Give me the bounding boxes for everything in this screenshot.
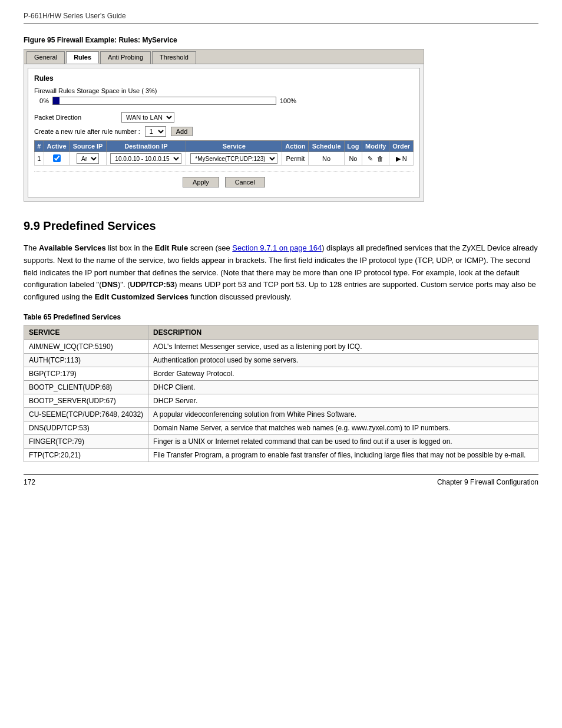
progress-label-left: 0% (34, 97, 49, 104)
service-name: BOOTP_CLIENT(UDP:68) (24, 380, 148, 394)
apply-button[interactable]: Apply (183, 177, 219, 187)
col-active: Active (44, 141, 70, 152)
service-description: Border Gateway Protocol. (148, 367, 538, 380)
table-row: DNS(UDP/TCP:53)Domain Name Server, a ser… (24, 421, 538, 434)
rules-section-title: Rules (34, 74, 414, 83)
col-log: Log (344, 141, 362, 152)
table-row: AUTH(TCP:113)Authentication protocol use… (24, 353, 538, 367)
page-footer: 172 Chapter 9 Firewall Configuration (24, 474, 538, 486)
service-description: Finger is a UNIX or Internet related com… (148, 434, 538, 448)
service-name: BOOTP_SERVER(UDP:67) (24, 394, 148, 407)
packet-direction-select[interactable]: WAN to LAN (121, 112, 174, 123)
source-ip-select[interactable]: Any (77, 153, 99, 164)
services-col-service: SERVICE (24, 325, 148, 340)
dns-bold: DNS (102, 280, 118, 289)
tabs-row: General Rules Anti Probing Threshold (24, 50, 424, 64)
page-number: 172 (24, 478, 35, 486)
service-select[interactable]: *MyService(TCP,UDP:123) (190, 153, 277, 164)
firewall-screenshot: General Rules Anti Probing Threshold Rul… (24, 49, 424, 202)
col-order: Order (389, 141, 414, 152)
row-num: 1 (35, 152, 44, 166)
new-rule-label: Create a new rule after rule number : (34, 128, 140, 135)
page-header: P-661H/HW Series User's Guide (24, 12, 538, 24)
packet-direction-label: Packet Direction (34, 114, 117, 121)
table-row: BOOTP_CLIENT(UDP:68)DHCP Client. (24, 380, 538, 394)
col-num: # (35, 141, 44, 152)
move-down-icon[interactable]: N (402, 155, 407, 162)
table-row: BGP(TCP:179)Border Gateway Protocol. (24, 367, 538, 380)
table-row: AIM/NEW_ICQ(TCP:5190)AOL's Internet Mess… (24, 340, 538, 353)
col-action: Action (282, 141, 309, 152)
button-row: Apply Cancel (34, 177, 414, 191)
table-row: 1 Any 10.0.0.10 - 10.0.0.15 (35, 152, 414, 166)
service-description: DHCP Server. (148, 394, 538, 407)
service-name: DNS(UDP/TCP:53) (24, 421, 148, 434)
new-rule-row: Create a new rule after rule number : 1 … (34, 126, 414, 137)
service-name: BGP(TCP:179) (24, 367, 148, 380)
row-schedule: No (309, 152, 344, 166)
service-description: Authentication protocol used by some ser… (148, 353, 538, 367)
udptcp-bold: UDP/TCP:53 (130, 280, 175, 289)
progress-bar-inner (53, 97, 59, 104)
section-link[interactable]: Section 9.7.1 on page 164 (232, 243, 322, 252)
edit-customized-bold: Edit Customized Services (95, 292, 189, 301)
tab-general[interactable]: General (27, 51, 65, 64)
services-table: SERVICE DESCRIPTION AIM/NEW_ICQ(TCP:5190… (24, 325, 538, 462)
col-source-ip: Source IP (70, 141, 106, 152)
row-modify[interactable]: ✎ 🗑 (362, 152, 389, 166)
rules-table: # Active Source IP Destination IP Servic… (34, 140, 414, 166)
service-name: FINGER(TCP:79) (24, 434, 148, 448)
section-heading: 9.9 Predefined Services (24, 219, 538, 233)
progress-row: 0% 100% (34, 97, 414, 105)
active-checkbox[interactable] (53, 154, 61, 162)
row-dest-ip[interactable]: 10.0.0.10 - 10.0.0.15 (106, 152, 186, 166)
service-name: AIM/NEW_ICQ(TCP:5190) (24, 340, 148, 353)
row-log: No (344, 152, 362, 166)
row-service[interactable]: *MyService(TCP,UDP:123) (186, 152, 282, 166)
rule-number-select[interactable]: 1 (145, 126, 166, 137)
service-description: Domain Name Server, a service that match… (148, 421, 538, 434)
row-active[interactable] (44, 152, 70, 166)
storage-label: Firewall Rules Storage Space in Use ( 3%… (34, 87, 414, 94)
chapter-label: Chapter 9 Firewall Configuration (437, 478, 538, 486)
service-name: CU-SEEME(TCP/UDP:7648, 24032) (24, 407, 148, 421)
tab-antiprobing[interactable]: Anti Probing (100, 51, 151, 64)
table-row: FTP(TCP:20,21)File Transfer Program, a p… (24, 448, 538, 462)
row-source-ip[interactable]: Any (70, 152, 106, 166)
table-row: BOOTP_SERVER(UDP:67)DHCP Server. (24, 394, 538, 407)
col-modify: Modify (362, 141, 389, 152)
service-description: A popular videoconferencing solution fro… (148, 407, 538, 421)
col-schedule: Schedule (309, 141, 344, 152)
row-order[interactable]: ▶ N (389, 152, 414, 166)
col-service: Service (186, 141, 282, 152)
service-description: File Transfer Program, a program to enab… (148, 448, 538, 462)
col-dest-ip: Destination IP (106, 141, 186, 152)
progress-bar-outer (52, 97, 276, 105)
cancel-button[interactable]: Cancel (225, 177, 265, 187)
edit-icon[interactable]: ✎ (368, 155, 373, 162)
tab-rules[interactable]: Rules (66, 51, 99, 64)
table-row: FINGER(TCP:79)Finger is a UNIX or Intern… (24, 434, 538, 448)
service-description: DHCP Client. (148, 380, 538, 394)
edit-rule-bold: Edit Rule (155, 243, 188, 252)
separator (34, 172, 414, 172)
available-services-bold: Available Services (39, 243, 106, 252)
table-row: CU-SEEME(TCP/UDP:7648, 24032)A popular v… (24, 407, 538, 421)
tab-threshold[interactable]: Threshold (152, 51, 196, 64)
add-rule-button[interactable]: Add (171, 127, 193, 136)
delete-icon[interactable]: 🗑 (377, 155, 384, 162)
services-col-description: DESCRIPTION (148, 325, 538, 340)
row-action: Permit (282, 152, 309, 166)
dest-ip-select[interactable]: 10.0.0.10 - 10.0.0.15 (110, 153, 181, 164)
figure-caption: Figure 95 Firewall Example: Rules: MySer… (24, 36, 538, 44)
table-caption: Table 65 Predefined Services (24, 313, 538, 321)
progress-label-right: 100% (280, 97, 296, 104)
service-name: FTP(TCP:20,21) (24, 448, 148, 462)
move-up-icon[interactable]: ▶ (396, 155, 401, 162)
firewall-inner: Rules Firewall Rules Storage Space in Us… (28, 68, 420, 197)
service-name: AUTH(TCP:113) (24, 353, 148, 367)
service-description: AOL's Internet Messenger service, used a… (148, 340, 538, 353)
packet-direction-row: Packet Direction WAN to LAN (34, 112, 414, 123)
body-paragraph: The Available Services list box in the E… (24, 242, 538, 304)
header-title: P-661H/HW Series User's Guide (24, 12, 126, 20)
